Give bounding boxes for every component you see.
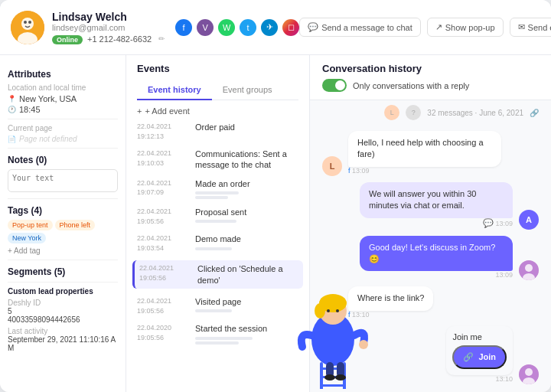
send-email-button[interactable]: ✉ Send email — [510, 18, 551, 37]
header-actions: 💬 Send a message to chat ↗ Show pop-up ✉… — [299, 17, 551, 38]
join-button[interactable]: 🔗 Join — [452, 345, 507, 369]
message-row: L Hello, I need help with choosing a far… — [322, 131, 539, 176]
twitter-icon[interactable]: t — [240, 19, 256, 36]
telegram-icon[interactable]: ✈ — [261, 19, 278, 36]
current-page-label: Current page — [8, 124, 118, 132]
notes-input[interactable] — [8, 169, 118, 192]
status-badge: Online — [52, 35, 83, 44]
event-time: 22.04.202119:05:56 — [139, 263, 191, 286]
tab-event-groups[interactable]: Event groups — [212, 80, 283, 100]
location-value: 📍 New York, USA — [8, 94, 118, 103]
message-bubble: We will answer you within 30 minutes via… — [360, 182, 513, 218]
add-event-button[interactable]: + + Add event — [126, 100, 309, 122]
tag-popup-tent[interactable]: Pop-up tent — [8, 220, 53, 230]
conversation-title: Conversation history — [322, 63, 539, 74]
event-time: 22.04.202119:07:09 — [137, 178, 189, 199]
link-icon[interactable]: 🔗 — [530, 109, 539, 117]
filter-toggle[interactable] — [322, 79, 347, 92]
edit-icon[interactable]: ✏ — [158, 34, 165, 43]
user-avatar: L — [322, 300, 342, 320]
message-row: Join me 🔗 Join 13:10 — [322, 326, 539, 384]
last-activity-value: September 29, 2021 11:10:16 AM — [8, 335, 118, 352]
event-item[interactable]: 22.04.202119:05:56 Proposal sent — [137, 207, 298, 226]
header: Lindsay Welch lindsey@gmail.com Online +… — [0, 0, 551, 55]
chat-icon: 💬 — [308, 22, 318, 32]
message-time: f 13:09 — [348, 167, 501, 175]
main-layout: Attributes Location and local time 📍 New… — [0, 55, 551, 392]
filter-label: Only conversations with a reply — [353, 81, 469, 90]
join-label: Join — [478, 351, 496, 363]
message-time: 💬 13:09 — [360, 218, 513, 228]
join-text: Join me — [452, 332, 507, 341]
event-time: 22.04.202019:05:56 — [137, 323, 189, 344]
chat-channel-icon: 💬 — [483, 218, 494, 227]
message-time: 13:09 — [360, 271, 513, 279]
clock-icon: 🕐 — [8, 106, 16, 113]
agent-avatar: A — [519, 210, 539, 230]
event-name: Order paid — [195, 122, 235, 132]
user-info: Lindsay Welch lindsey@gmail.com Online +… — [52, 11, 165, 44]
add-tag-button[interactable]: + Add tag — [8, 247, 118, 255]
message-bubble: Where is the link? — [348, 286, 433, 310]
current-page-value: 📄 Page not defined — [8, 135, 118, 143]
instagram-icon[interactable]: ◻ — [282, 19, 299, 36]
deshly-value: 540033598094442656 — [8, 307, 118, 324]
sidebar: Attributes Location and local time 📍 New… — [0, 55, 126, 392]
location-icon: 📍 — [8, 95, 16, 103]
event-item[interactable]: 22.04.202119:07:09 Made an order — [137, 178, 298, 199]
agent-avatar3 — [519, 364, 539, 384]
attributes-title: Attributes — [8, 69, 118, 80]
time-value: 🕐 18:45 — [8, 105, 118, 114]
events-tabs: Event history Event groups — [137, 80, 298, 100]
event-item[interactable]: 22.04.202119:12:13 Order paid — [137, 122, 298, 141]
conversation-meta: L ? 32 messages · June 6, 2021 🔗 — [310, 100, 551, 125]
event-name: Started the session — [195, 323, 267, 334]
message-time: f 13:10 — [348, 311, 433, 318]
event-item[interactable]: 22.04.202019:05:56 Started the session — [137, 323, 298, 344]
event-time: 22.04.202119:03:54 — [137, 234, 189, 253]
events-title: Events — [137, 63, 298, 74]
event-time: 22.04.202119:10:03 — [137, 149, 189, 171]
show-popup-button[interactable]: ↗ Show pop-up — [427, 18, 504, 37]
event-time: 22.04.202119:12:13 — [137, 122, 189, 141]
message-row: A We will answer you within 30 minutes v… — [322, 182, 539, 230]
tag-phone-left[interactable]: Phone left — [55, 220, 96, 230]
event-name: Made an order — [195, 178, 250, 189]
svg-point-9 — [525, 368, 533, 376]
event-item[interactable]: 22.04.202119:05:56 Visited page — [137, 296, 298, 315]
event-time: 22.04.202119:05:56 — [137, 296, 189, 315]
message-count: 32 messages · June 6, 2021 — [427, 109, 523, 117]
events-list: 22.04.202119:12:13 Order paid 22.04.2021… — [126, 122, 309, 392]
svg-point-3 — [24, 21, 27, 24]
event-name: Clicked on 'Schedule a demo' — [197, 263, 298, 286]
tag-new-york[interactable]: New York — [8, 233, 46, 243]
conversation-panel: Conversation history Only conversations … — [310, 55, 551, 392]
event-name: Demo made — [195, 234, 241, 244]
whatsapp-icon[interactable]: W — [218, 19, 235, 36]
send-chat-button[interactable]: 💬 Send a message to chat — [299, 18, 421, 37]
deshly-label: Deshly ID — [8, 299, 118, 307]
event-item[interactable]: 22.04.202119:03:54 Demo made — [137, 234, 298, 253]
page-icon: 📄 — [8, 136, 16, 143]
agent-avatar2 — [519, 260, 539, 280]
svg-point-6 — [525, 264, 533, 272]
user-name: Lindsay Welch — [52, 11, 165, 23]
event-item-selected[interactable]: 22.04.202119:05:56 Clicked on 'Schedule … — [132, 260, 303, 289]
facebook-icon[interactable]: f — [175, 19, 192, 36]
svg-point-4 — [28, 21, 31, 24]
tags-title: Tags (4) — [8, 205, 118, 216]
event-name: Proposal sent — [195, 207, 246, 217]
conversation-messages: L Hello, I need help with choosing a far… — [310, 125, 551, 392]
message-row: L Where is the link? f 13:10 — [322, 286, 539, 319]
tab-event-history[interactable]: Event history — [137, 80, 212, 100]
message-bubble: Good day! Let's discuss in Zoom? 😊 — [360, 236, 513, 272]
event-name: Communications: Sent a message to the ch… — [195, 149, 298, 171]
message-row: Good day! Let's discuss in Zoom? 😊 13:09 — [322, 236, 539, 281]
segments-title: Segments (5) — [8, 266, 118, 277]
event-item[interactable]: 22.04.202119:10:03 Communications: Sent … — [137, 149, 298, 171]
svg-point-1 — [21, 18, 34, 30]
viber-icon[interactable]: V — [197, 19, 214, 36]
custom-lead-title: Custom lead properties — [8, 287, 118, 296]
avatar-small2: ? — [406, 105, 421, 120]
user-email: lindsey@gmail.com — [52, 23, 165, 32]
